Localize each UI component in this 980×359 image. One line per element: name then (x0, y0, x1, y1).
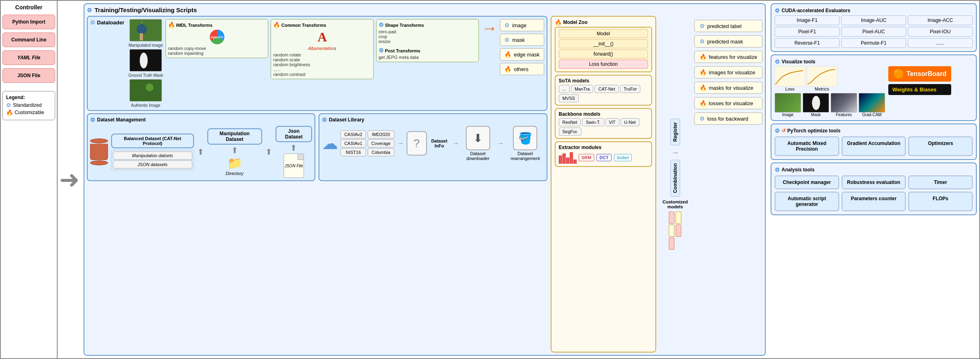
json-dataset-box: Json Dataset (276, 126, 312, 142)
output-images-vis: 🔥 images for visualize (694, 66, 762, 78)
analysis-title: Analysis tools (782, 167, 814, 173)
evaluators-box: ⚙ CUDA-accelerated Evaluators Image-F1 I… (771, 3, 977, 52)
model-zoo-fire: 🔥 (555, 19, 562, 26)
backbone-items: ResNet Swin-T. ViT U-Net SegFor. (559, 118, 648, 136)
vis-features-thumb: Features (831, 93, 857, 117)
eval-permute-f1: Permute-F1 (841, 38, 906, 48)
input-node-others: 🔥 others (500, 63, 544, 75)
analysis-cell-0: Checkpoint manager (775, 175, 839, 189)
thumb-image-label: Image (782, 112, 794, 117)
backbone-label: Backbone models (559, 111, 601, 117)
model-entry-2: forward() (559, 50, 648, 58)
shape-gear-icon: ⚙ (379, 22, 384, 28)
pytorch-gear: ⚙ (775, 128, 780, 134)
gear-loss-backward: ⚙ (700, 115, 705, 122)
loss-chart-area: Loss (775, 66, 805, 91)
manipulation-dataset-label: Manipulation Dataset (220, 131, 250, 142)
training-title: Training/Testing/Visualizing Scripts (95, 6, 197, 13)
pytorch-cell-0: Automatic Mixed Precision (775, 136, 839, 156)
bucket-box: 🪣 (513, 126, 537, 150)
visualize-gear: ⚙ (775, 58, 780, 65)
training-title-bar: ⚙ Training/Testing/Visualizing Scripts (87, 6, 762, 13)
sota-dots: ... (559, 85, 570, 93)
dataset-mgmt-gear: ⚙ (90, 117, 95, 123)
bar-4 (570, 152, 573, 164)
yaml-file-item: YAML File (2, 50, 55, 65)
shape-item-2: resize (379, 39, 476, 44)
dataloader-images: Manipulated image Ground Truth Mask Auth… (128, 19, 163, 108)
arrow-dir: ⬆ (231, 145, 238, 155)
metrics-chart-svg (807, 66, 837, 87)
legend-customizable-label: Customizable (15, 110, 44, 115)
bar-1 (559, 156, 562, 164)
albumentation-logo: A (317, 30, 327, 45)
visualize-title-bar: ⚙ Visualize tools (775, 58, 973, 65)
analysis-cell-3: Automatic script generator (775, 192, 839, 211)
pytorch-grid: Automatic Mixed Precision Gradient Accum… (775, 136, 973, 156)
fire-images-vis: 🔥 (700, 69, 706, 76)
visualize-box: ⚙ Visualize tools Loss (771, 54, 977, 121)
ground-truth-image (129, 49, 162, 71)
extractor-title: Extractor modules (559, 145, 648, 150)
fire-features-vis: 🔥 (700, 54, 706, 60)
fire-losses-vis: 🔥 (700, 100, 706, 106)
pytorch-cell-2: Optimizers (908, 136, 973, 156)
common-transforms-box: 🔥 Common Transforms A Albumentations ran… (271, 19, 373, 79)
thumb-gradcam-label: Grad-CAM (862, 112, 882, 117)
doc-icon: JSON File (284, 154, 304, 178)
fire-others: 🔥 (504, 66, 511, 72)
output-labels-col: ⚙ predicted label ⚙ predicted mask 🔥 fea… (694, 16, 762, 353)
input-node-mask: ⚙ mask (500, 34, 544, 46)
pytorch-title-bar: ⚙ ↺ PyTorch optimize tools (775, 128, 973, 134)
gear-pred-label: ⚙ (700, 23, 705, 29)
extractor-box: Extractor modules (555, 141, 652, 167)
output-loss-backward: ⚙ loss for backward (694, 112, 762, 125)
directory-label: Directory (226, 171, 243, 176)
combination-label: Combination (670, 160, 680, 197)
manipulation-datsets-item: Manipulation datsets (113, 151, 192, 160)
cblock-2 (676, 212, 681, 250)
authentic-image (129, 79, 162, 102)
backbone-unet: U-Net (620, 118, 640, 126)
eval-image-auc: Image-AUC (841, 15, 906, 25)
main-arrow: ➜ (58, 1, 81, 358)
eval-reverse-f1: Reverse-F1 (775, 38, 840, 48)
vis-charts-col: Loss Metrics (775, 66, 885, 117)
bar-3 (566, 158, 569, 164)
main-container: Controller Python Import Command Line YA… (0, 0, 980, 359)
arrow-download: → (452, 139, 459, 148)
fire-edge-mask: 🔥 (504, 51, 511, 58)
vis-image-thumb: Image (775, 93, 801, 117)
dataset-lib-content: ☁ CASIAv2 CASIAv1 NIST16 IMD2020 (322, 126, 544, 161)
balanced-dataset-box: Balanced Dataset (CAT-Net Protocol) (111, 134, 194, 148)
balanced-dataset-area: Balanced Dataset (CAT-Net Protocol) Mani… (111, 134, 194, 170)
losses-vis-text: losses for visualize (709, 100, 753, 106)
pytorch-box: ⚙ ↺ PyTorch optimize tools Automatic Mix… (771, 123, 977, 160)
vis-mask-thumb: Mask (803, 93, 829, 117)
json-datasets-item: JSON datasets (113, 160, 192, 169)
flow-col: Register → Combination Customized models (659, 16, 691, 353)
common-item-1: random scale (273, 57, 371, 62)
evaluators-title-bar: ⚙ CUDA-accelerated Evaluators (775, 7, 973, 14)
thumb-mask-label: Mask (811, 112, 821, 117)
cm-pink-2 (669, 238, 674, 250)
main-content: ⚙ Training/Testing/Visualizing Scripts ⚙… (81, 1, 768, 358)
common-item-4: random contrast (273, 72, 371, 77)
eval-pixel-iou: Pixel-IOU (908, 27, 973, 37)
dataset-library-box: ⚙ Dataset Library ☁ CASIAv2 CASIAv1 NIST… (319, 113, 547, 181)
common-title: Common Transforms (281, 23, 326, 28)
customized-blocks (669, 212, 681, 250)
backbone-swint: Swin-T. (582, 118, 604, 126)
arrow-manip: ⬆ (197, 147, 204, 157)
rearrangement-label: Dataset rearrangement (506, 151, 544, 161)
arrow-jsonfile: ⬆ (290, 143, 297, 153)
sota-label: SoTA models (559, 78, 589, 84)
customized-models-label: Customized models (661, 199, 689, 209)
db-body (90, 144, 108, 160)
svg-rect-9 (807, 66, 837, 87)
cblock-1 (669, 212, 674, 250)
pytorch-icon: ↺ (782, 128, 786, 134)
dataset-info-label: Dataset InFo (429, 138, 450, 148)
nist16-item: NIST16 (340, 148, 366, 156)
sota-mantra: ManTra (571, 85, 594, 93)
